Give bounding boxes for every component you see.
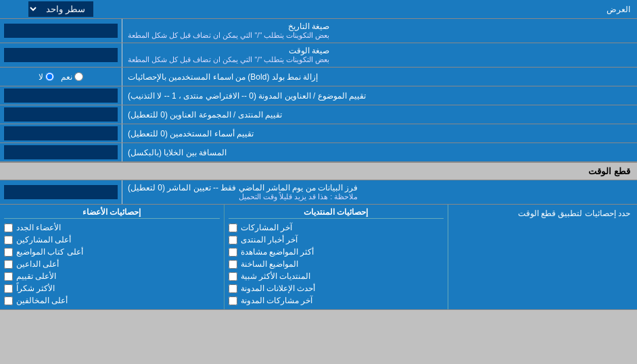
date-format-input[interactable]: d-m <box>4 24 118 38</box>
bold-no-label[interactable]: لا <box>39 72 54 82</box>
cb-forums-check-5[interactable] <box>229 284 237 293</box>
cb-members-item-2: أعلى كتاب المواضيع <box>4 246 220 258</box>
users-sort-input-wrapper: 0 <box>0 124 122 142</box>
time-format-input-wrapper: H:i <box>0 43 122 67</box>
cb-forums-check-4[interactable] <box>229 272 237 281</box>
cb-forums-item-4: المنتديات الأكثر شبية <box>229 270 444 282</box>
cb-forums-item-2: أكثر المواضيع مشاهدة <box>229 246 444 258</box>
cut-time-row: فرز البيانات من يوم الماشر الماضي فقط --… <box>0 180 637 205</box>
cb-forums-check-3[interactable] <box>229 260 237 269</box>
forum-sort-row: تقييم المنتدى / المجموعة العناوين (0 للت… <box>0 105 637 124</box>
time-format-label: صيغة الوقت بعض التكوينات يتطلب "/" التي … <box>122 43 637 67</box>
cb-col-forums-title: إحصائيات المنتديات <box>229 207 444 219</box>
space-between-row: المسافة بين الخلايا (بالبكسل) 2 <box>0 143 637 162</box>
cb-members-item-1: أعلى المشاركين <box>4 234 220 246</box>
cb-forums-item-1: آخر أخبار المنتدى <box>229 234 444 246</box>
display-mode-select[interactable]: سطر واحد سطرين ثلاثة أسطر <box>28 1 93 17</box>
cb-forums-check-0[interactable] <box>229 224 237 232</box>
bold-yes-label[interactable]: نعم <box>61 72 83 82</box>
cb-members-item-6: أعلى المخالفين <box>4 294 220 307</box>
cb-members-check-2[interactable] <box>4 248 13 257</box>
cb-col-members-title: إحصائيات الأعضاء <box>4 207 220 219</box>
date-format-input-wrapper: d-m <box>0 19 122 43</box>
forum-sort-input[interactable]: 33 <box>4 107 118 122</box>
time-format-row: صيغة الوقت بعض التكوينات يتطلب "/" التي … <box>0 43 637 68</box>
space-between-label: المسافة بين الخلايا (بالبكسل) <box>122 143 637 161</box>
cb-members-check-5[interactable] <box>4 284 13 293</box>
bold-remove-row: إزالة نمط بولد (Bold) من اسماء المستخدمي… <box>0 68 637 86</box>
checkboxes-grid: حدد إحصائيات لتطبيق قطع الوقت إحصائيات ا… <box>0 205 637 310</box>
display-mode-label: العرض <box>122 2 637 17</box>
topics-sort-input[interactable]: 33 <box>4 88 118 103</box>
cb-members-check-1[interactable] <box>4 236 13 244</box>
cut-time-header: قطع الوقت <box>0 162 637 180</box>
space-between-input-wrapper: 2 <box>0 143 122 161</box>
date-format-label: صيغة التاريخ بعض التكوينات يتطلب "/" الت… <box>122 19 637 43</box>
users-sort-label: تقييم أسماء المستخدمين (0 للتعطيل) <box>122 124 637 142</box>
cb-members-check-0[interactable] <box>4 224 13 232</box>
main-container: العرض سطر واحد سطرين ثلاثة أسطر صيغة الت… <box>0 0 637 310</box>
cb-forums-check-6[interactable] <box>229 296 237 305</box>
cb-members-item-0: الأعضاء الجدد <box>4 222 220 234</box>
cb-members-check-4[interactable] <box>4 272 13 281</box>
cb-forums-item-6: آخر مشاركات المدونة <box>229 294 444 307</box>
date-format-row: صيغة التاريخ بعض التكوينات يتطلب "/" الت… <box>0 19 637 43</box>
cb-members-check-6[interactable] <box>4 296 13 305</box>
display-mode-input[interactable]: سطر واحد سطرين ثلاثة أسطر <box>0 0 122 18</box>
topics-sort-row: تقييم الموضوع / العناوين المدونة (0 -- ا… <box>0 86 637 105</box>
cb-members-check-3[interactable] <box>4 260 13 269</box>
cb-col-members: إحصائيات الأعضاء الأعضاء الجدد أعلى المش… <box>0 205 224 309</box>
checkboxes-section-label: حدد إحصائيات لتطبيق قطع الوقت <box>448 205 637 309</box>
forum-sort-label: تقييم المنتدى / المجموعة العناوين (0 للت… <box>122 105 637 124</box>
cb-forums-item-5: أحدث الإعلانات المدونة <box>229 282 444 294</box>
cut-time-label: فرز البيانات من يوم الماشر الماضي فقط --… <box>122 180 637 204</box>
bold-remove-radio: نعم لا <box>0 68 122 86</box>
display-mode-row: العرض سطر واحد سطرين ثلاثة أسطر <box>0 0 637 19</box>
time-format-input[interactable]: H:i <box>4 48 118 62</box>
users-sort-input[interactable]: 0 <box>4 126 118 140</box>
topics-sort-input-wrapper: 33 <box>0 86 122 105</box>
bold-remove-label: إزالة نمط بولد (Bold) من اسماء المستخدمي… <box>122 68 637 86</box>
cb-col-forums: إحصائيات المنتديات آخر المشاركات آخر أخب… <box>224 205 448 309</box>
space-between-input[interactable]: 2 <box>4 145 118 159</box>
cb-forums-item-0: آخر المشاركات <box>229 222 444 234</box>
cb-forums-item-3: المواضيع الساخنة <box>229 258 444 270</box>
cb-members-item-4: الأعلى تقييم <box>4 270 220 282</box>
topics-sort-label: تقييم الموضوع / العناوين المدونة (0 -- ا… <box>122 86 637 105</box>
cb-forums-check-2[interactable] <box>229 248 237 257</box>
cb-members-item-5: الأكثر شكراً <box>4 282 220 294</box>
forum-sort-input-wrapper: 33 <box>0 105 122 124</box>
cut-time-input-wrapper: 0 <box>0 180 122 204</box>
users-sort-row: تقييم أسماء المستخدمين (0 للتعطيل) 0 <box>0 124 637 143</box>
cut-time-input[interactable]: 0 <box>4 185 118 199</box>
cb-members-item-3: أعلى الداعين <box>4 258 220 270</box>
bold-no-radio[interactable] <box>45 72 54 81</box>
cb-forums-check-1[interactable] <box>229 236 237 244</box>
bold-yes-radio[interactable] <box>74 72 83 81</box>
